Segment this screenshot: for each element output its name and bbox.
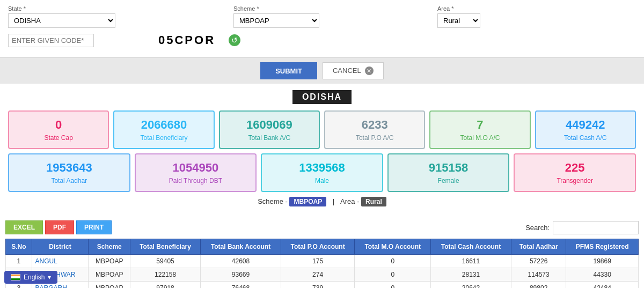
stat-card: 7 Total M.O A/C [429,110,530,149]
table-header-row: S.NoDistrictSchemeTotal BeneficiaryTotal… [6,239,639,255]
cell-scheme: MBPOAP [89,255,130,268]
stat-label: Total M.O A/C [435,134,525,142]
table-row: 1 ANGUL MBPOAP 59405 42608 175 0 16611 5… [6,255,639,268]
state-title: ODISHA [8,90,636,104]
pdf-button[interactable]: PDF [45,220,74,234]
cell-mo: 0 [355,282,431,289]
table-toolbar: EXCEL PDF PRINT Search: [5,220,639,234]
form-row-selects: State * ODISHA Scheme * MBPOAP Area * Ru… [8,5,636,28]
captcha-code: 05CPOR [158,33,215,47]
export-buttons: EXCEL PDF PRINT [5,220,112,234]
cell-mo: 0 [355,255,431,268]
stats-row-2: 1953643 Total Aadhar 1054950 Paid Throug… [8,153,636,192]
state-select[interactable]: ODISHA [8,13,115,28]
stat-card: 0 State Cap [8,110,109,149]
column-header: PFMS Registered [566,239,639,255]
scheme-area-row: Scheme - MBPOAP | Area - Rural [8,197,636,205]
table-section: EXCEL PDF PRINT Search: S.NoDistrictSche… [0,216,644,288]
scheme-group: Scheme * MBPOAP [233,5,319,28]
stat-value: 1609069 [224,118,314,132]
stat-value: 1953643 [13,161,125,175]
column-header: Scheme [89,239,130,255]
cell-total-ben: 97918 [130,282,201,289]
stat-label: Total Beneficiary [119,134,209,142]
stat-value: 225 [519,161,631,175]
chevron-down-icon: ▾ [48,274,51,281]
stat-card: 225 Transgender [514,153,636,192]
cell-pfms: 42484 [566,282,639,289]
stat-label: Total Bank A/C [224,134,314,142]
column-header: Total M.O Account [355,239,431,255]
area-select[interactable]: Rural [437,13,480,28]
cell-aadhar: 57226 [511,255,566,268]
stat-label: Female [393,177,504,184]
stat-card: 915158 Female [387,153,510,192]
stat-value: 915158 [393,161,504,175]
language-switcher[interactable]: English ▾ [4,271,57,284]
state-label: State * [8,5,115,12]
submit-button[interactable]: SUBMIT [260,62,317,79]
stat-card: 2066680 Total Beneficiary [113,110,214,149]
stat-label: Total P.O A/C [330,134,420,142]
captcha-input[interactable] [8,34,94,47]
print-button[interactable]: PRINT [76,220,112,234]
stat-value: 2066680 [119,118,209,132]
search-input[interactable] [553,221,639,234]
stat-value: 1339568 [266,161,378,175]
search-box: Search: [525,221,639,234]
cell-bank: 76468 [201,282,281,289]
cell-pfms: 19869 [566,255,639,268]
stat-value: 0 [13,118,104,132]
column-header: Total Bank Account [201,239,281,255]
stat-label: Paid Through DBT [140,177,252,184]
scheme-label-text: Scheme - [258,197,288,205]
stat-card: 1054950 Paid Through DBT [135,153,257,192]
stat-value: 449242 [540,118,631,132]
stat-card: 1339568 Male [261,153,383,192]
table-row: 3 BARGARH MBPOAP 97918 76468 739 0 20642… [6,282,639,289]
form-section: State * ODISHA Scheme * MBPOAP Area * Ru… [0,0,644,57]
search-label: Search: [525,224,550,232]
area-group: Area * Rural [437,5,480,28]
stats-row-1: 0 State Cap 2066680 Total Beneficiary 16… [8,110,636,149]
cancel-icon: ✕ [365,67,374,75]
cell-mo: 0 [355,268,431,282]
cell-aadhar: 89802 [511,282,566,289]
cell-cash: 28131 [431,268,511,282]
area-label-text: Area - [340,197,359,205]
cancel-button[interactable]: CANCEL ✕ [323,62,384,79]
stat-label: Transgender [519,177,631,184]
cell-cash: 20642 [431,282,511,289]
cell-scheme: MBPOAP [89,282,130,289]
stat-card: 6233 Total P.O A/C [324,110,425,149]
cell-po: 175 [281,255,354,268]
excel-button[interactable]: EXCEL [5,220,43,234]
area-badge: Rural [361,197,386,206]
stats-section: ODISHA 0 State Cap 2066680 Total Benefic… [0,84,644,216]
table-row: 2 BALESHWAR MBPOAP 122158 93669 274 0 28… [6,268,639,282]
captcha-row: 05CPOR ↺ [8,33,636,47]
column-header: District [32,239,89,255]
stat-card: 449242 Total Cash A/C [535,110,636,149]
button-row: SUBMIT CANCEL ✕ [0,57,644,84]
column-header: Total P.O Account [281,239,354,255]
stat-value: 7 [435,118,525,132]
data-table: S.NoDistrictSchemeTotal BeneficiaryTotal… [5,239,639,288]
column-header: S.No [6,239,32,255]
stat-label: Total Aadhar [13,177,125,184]
stat-label: State Cap [13,134,104,142]
column-header: Total Beneficiary [130,239,201,255]
cell-sno: 1 [6,255,32,268]
cell-district[interactable]: ANGUL [32,255,89,268]
scheme-badge: MBPOAP [289,197,326,206]
cell-bank: 93669 [201,268,281,282]
cell-po: 739 [281,282,354,289]
column-header: Total Cash Account [431,239,511,255]
stat-value: 6233 [330,118,420,132]
captcha-refresh-icon[interactable]: ↺ [229,34,240,46]
scheme-select[interactable]: MBPOAP [233,13,319,28]
cell-scheme: MBPOAP [89,268,130,282]
scheme-label: Scheme * [233,5,319,12]
column-header: Total Aadhar [511,239,566,255]
stat-card: 1953643 Total Aadhar [8,153,130,192]
